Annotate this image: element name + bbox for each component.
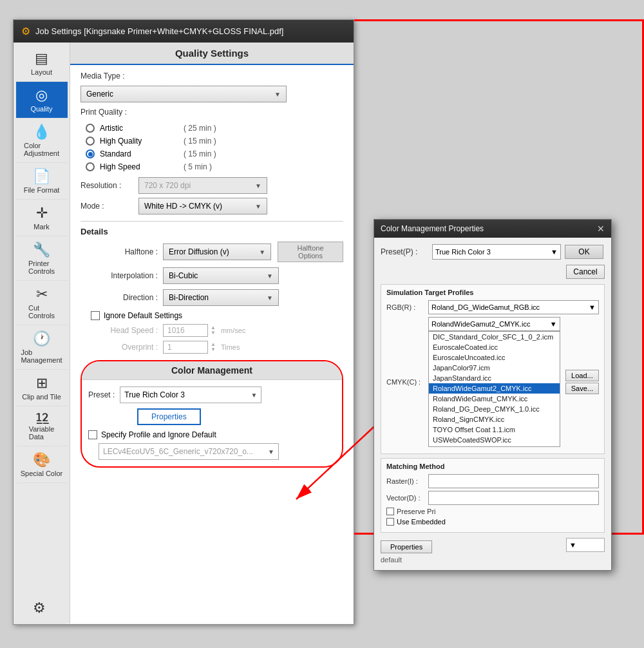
quality-radio-group: Artistic ( 25 min ) High Quality ( 15 mi… (80, 122, 343, 173)
profile-value: LECv4EcoUV5_6C_Generic_v720x720_o... (103, 447, 253, 456)
sidebar-item-mark[interactable]: ✛ Mark (16, 200, 68, 236)
dropdown-item-us-coated[interactable]: USWebCoatedSWOP.icc (429, 435, 560, 445)
sidebar-item-job[interactable]: 🕐 JobManagement (16, 325, 68, 370)
dialog-cancel-button[interactable]: Cancel (566, 265, 605, 279)
dialog-properties-button[interactable]: Properties (381, 540, 432, 553)
interpolation-label: Interpolation : (80, 271, 158, 280)
dialog-preset-select[interactable]: True Rich Color 3 ▼ (432, 244, 561, 260)
halftone-row: Halftone : Error Diffusion (v) ▼ Halfton… (80, 242, 343, 262)
use-embed-label: Use Embedded (397, 518, 446, 526)
sidebar-item-fileformat[interactable]: 📄 File Format (16, 163, 68, 200)
dialog-preset-arrow: ▼ (551, 248, 558, 256)
media-type-label: Media Type : (80, 71, 151, 81)
dialog-dropdown-bottom[interactable]: ▼ (566, 538, 605, 552)
resolution-row: Resolution : 720 x 720 dpi ▼ (80, 177, 343, 194)
media-type-select[interactable]: Generic ▼ (80, 86, 287, 102)
preserve-checkbox[interactable] (386, 508, 394, 515)
dropdown-item-dic[interactable]: DIC_Standard_Color_SFC_1_0_2.icm (429, 332, 560, 342)
resolution-arrow: ▼ (255, 182, 261, 189)
radio-artistic[interactable]: Artistic ( 25 min ) (86, 122, 343, 135)
color-icon: 💧 (33, 124, 50, 140)
raster-row: Raster(I) : (386, 474, 599, 488)
sidebar-item-special[interactable]: 🎨 Special Color (16, 446, 68, 483)
overprint-down[interactable]: ▼ (211, 347, 216, 352)
sidebar-item-clip[interactable]: ⊞ Clip and Tile (16, 370, 68, 406)
sidebar-label-job: JobManagement (21, 348, 62, 364)
specify-checkbox[interactable] (88, 430, 97, 439)
halftone-value: Error Diffusion (v) (169, 247, 229, 256)
fileformat-icon: 📄 (33, 168, 50, 185)
dropdown-item-japan-color[interactable]: JapanColor97.icm (429, 363, 560, 373)
color-management-section: Color Management Preset : True Rich Colo… (80, 360, 343, 468)
direction-select[interactable]: Bi-Direction ▼ (163, 289, 279, 306)
rgb-select[interactable]: Roland_DG_WideGamut_RGB.icc ▼ (428, 300, 599, 314)
preset-arrow: ▼ (251, 392, 257, 399)
direction-row: Direction : Bi-Direction ▼ (80, 289, 343, 306)
dropdown-item-euroscale-coated[interactable]: EuroscaleCoated.icc (429, 342, 560, 352)
overprint-spinner[interactable]: ▲ ▼ (211, 342, 216, 352)
sidebar-item-color[interactable]: 💧 ColorAdjustment (16, 119, 68, 163)
radio-highspeed[interactable]: High Speed ( 5 min ) (86, 160, 343, 173)
dropdown-item-roland-wide[interactable]: RolandWideGamut_CMYK.icc (429, 394, 560, 404)
halftone-select[interactable]: Error Diffusion (v) ▼ (163, 243, 271, 260)
mode-label: Mode : (80, 202, 138, 211)
radio-circle-artistic (86, 124, 95, 133)
cmyk-value: RolandWideGamut2_CMYK.icc (431, 320, 530, 328)
cmyk-arrow: ▼ (550, 320, 557, 328)
raster-select[interactable] (428, 474, 599, 488)
interpolation-select[interactable]: Bi-Cubic ▼ (163, 267, 279, 284)
sidebar-item-variable[interactable]: 1̲2̲ VariableData (16, 406, 68, 446)
dropdown-item-us-uncoated[interactable]: USWebUncoated.icc (429, 445, 560, 447)
halftone-options-button[interactable]: Halftone Options (278, 242, 343, 262)
head-speed-input[interactable]: 1016 (163, 324, 208, 337)
vector-row: Vector(D) : (386, 491, 599, 505)
printer-icon: 🔧 (33, 242, 50, 258)
quality-settings-header: Quality Settings (70, 43, 354, 65)
mode-select[interactable]: White HD -> CMYK (v) ▼ (138, 198, 267, 214)
radio-label-highquality: High Quality (100, 137, 171, 146)
save-button[interactable]: Save... (565, 383, 599, 394)
overprint-input[interactable]: 1 (163, 341, 208, 354)
dropdown-item-roland-wide2[interactable]: RolandWideGamut2_CMYK.icc (429, 383, 560, 394)
vector-select[interactable] (428, 491, 599, 505)
sidebar-item-settings[interactable]: ⚙ (14, 595, 65, 624)
sidebar-label-mark: Mark (33, 223, 49, 231)
profile-select[interactable]: LECv4EcoUV5_6C_Generic_v720x720_o... ▼ (99, 443, 279, 460)
sidebar-label-fileformat: File Format (24, 186, 60, 194)
ignore-label: Ignore Default Settings (104, 311, 182, 320)
resolution-select[interactable]: 720 x 720 dpi ▼ (138, 177, 267, 194)
specify-row: Specify Profile and Ignore Default (88, 430, 336, 439)
head-speed-spinner[interactable]: ▲ ▼ (211, 325, 216, 336)
interpolation-value: Bi-Cubic (169, 271, 198, 280)
dialog-cancel-row: Cancel (381, 265, 605, 279)
head-speed-down[interactable]: ▼ (211, 330, 216, 336)
sidebar-item-layout[interactable]: ▤ Layout (16, 45, 68, 82)
dialog-close-button[interactable]: ✕ (597, 224, 605, 234)
radio-time-standard: ( 15 min ) (184, 149, 216, 158)
dialog-ok-button[interactable]: OK (565, 245, 603, 259)
preset-select[interactable]: True Rich Color 3 ▼ (120, 386, 261, 403)
cmyk-select[interactable]: RolandWideGamut2_CMYK.icc ▼ (428, 317, 560, 331)
load-button[interactable]: Load... (565, 370, 599, 381)
radio-highquality[interactable]: High Quality ( 15 min ) (86, 135, 343, 148)
dropdown-item-japan-standard[interactable]: JapanStandard.icc (429, 373, 560, 383)
sidebar-item-cut[interactable]: ✂ CutControls (16, 281, 68, 325)
ignore-checkbox[interactable] (91, 311, 100, 320)
dropdown-item-euroscale-uncoated[interactable]: EuroscaleUncoated.icc (429, 352, 560, 363)
sidebar-bottom: ⚙ (14, 595, 70, 624)
sidebar-item-quality[interactable]: ◎ Quality (16, 82, 68, 119)
preserve-row: Preserve Pri (386, 508, 599, 515)
dropdown-item-toyo[interactable]: TOYO Offset Coat 1.1.icm (429, 424, 560, 435)
properties-button[interactable]: Properties (137, 408, 201, 425)
rgb-row: RGB(R) : Roland_DG_WideGamut_RGB.icc ▼ (386, 300, 599, 314)
dialog-bottom-row: Properties ▼ (381, 537, 605, 553)
dialog-preset-row: Preset(P) : True Rich Color 3 ▼ OK (381, 244, 605, 260)
use-embed-checkbox[interactable] (386, 518, 394, 526)
dropdown-item-roland-sign[interactable]: Roland_SignCMYK.icc (429, 414, 560, 424)
profile-arrow: ▼ (268, 448, 274, 455)
sidebar-label-quality: Quality (30, 105, 52, 113)
sidebar-item-printer[interactable]: 🔧 PrinterControls (16, 236, 68, 281)
job-icon: 🕐 (33, 330, 50, 347)
dropdown-item-roland-deep[interactable]: Roland_DG_Deep_CMYK_1.0.icc (429, 404, 560, 414)
radio-standard[interactable]: Standard ( 15 min ) (86, 148, 343, 160)
